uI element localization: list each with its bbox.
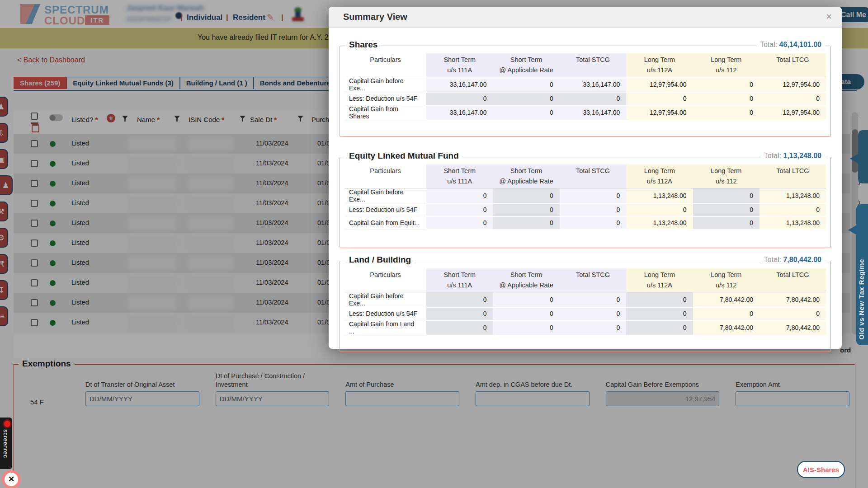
particulars-cell: Capital Gain before Exe...: [344, 188, 426, 203]
modal-title: Summary View: [343, 12, 407, 22]
summary-col-header: Total STCG: [560, 164, 626, 188]
summary-col-header: Total LTCG: [760, 164, 826, 188]
section-title: Land / Building: [345, 255, 415, 265]
summary-row: Capital Gain before Exe...00007,80,442.0…: [344, 292, 826, 307]
value-cell: 0: [693, 92, 760, 105]
section-total: Total: 7,80,442.00: [760, 256, 825, 264]
value-cell: 0: [560, 203, 626, 216]
summary-row: Capital Gain before Exe...33,16,147.0003…: [344, 77, 826, 92]
value-cell: 1,13,248.00: [760, 216, 826, 230]
value-cell: 0: [426, 188, 493, 203]
value-cell: 0: [693, 105, 760, 120]
summary-row: Less: Deduction u/s 54F000000: [344, 307, 826, 320]
particulars-cell: Capital Gain from Land ...: [344, 320, 426, 335]
value-cell: 0: [493, 203, 559, 216]
value-cell: 0: [693, 307, 760, 320]
screenrec-widget[interactable]: screenrec: [0, 418, 12, 469]
value-cell: 0: [626, 92, 693, 105]
summary-table: Particulars Short Termu/s 111AShort Term…: [344, 268, 826, 336]
summary-row: Capital Gain from Shares33,16,147.00033,…: [344, 105, 826, 120]
summary-table: Particulars Short Termu/s 111AShort Term…: [344, 164, 826, 230]
old-vs-new-regime-label: Old vs New Tax Regime: [858, 259, 865, 340]
summary-view-modal: Summary View × SharesTotal: 46,14,101.00…: [329, 7, 842, 349]
old-vs-new-regime-tab[interactable]: Old vs New Tax Regime: [856, 204, 868, 345]
summary-col-header: Total LTCG: [760, 268, 826, 292]
value-cell: 0: [426, 307, 493, 320]
value-cell: 0: [426, 320, 493, 335]
particulars-cell: Capital Gain before Exe...: [344, 292, 426, 307]
value-cell: 0: [493, 292, 559, 307]
value-cell: 0: [693, 188, 760, 203]
value-cell: 1,13,248.00: [626, 188, 693, 203]
summary-col-header: Long Termu/s 112: [693, 268, 760, 292]
ais-shares-button[interactable]: AIS-Shares: [797, 461, 845, 478]
summary-col-header: Long Termu/s 112: [693, 53, 760, 77]
value-cell: 33,16,147.00: [426, 77, 493, 92]
value-cell: 0: [626, 292, 693, 307]
summary-col-header: Short Term@ Applicable Rate: [493, 164, 559, 188]
value-cell: 33,16,147.00: [426, 105, 493, 120]
value-cell: 12,97,954.00: [626, 77, 693, 92]
value-cell: 7,80,442.00: [693, 292, 760, 307]
summary-col-header: Particulars: [344, 164, 426, 188]
summary-section-shares: SharesTotal: 46,14,101.00Particulars Sho…: [340, 46, 831, 137]
summary-col-header: Particulars: [344, 53, 426, 77]
value-cell: 33,16,147.00: [560, 105, 626, 120]
value-cell: 0: [493, 320, 559, 335]
section-title: Shares: [345, 40, 381, 50]
summary-col-header: Total LTCG: [760, 53, 826, 77]
close-x-icon: ✕: [5, 473, 18, 486]
summary-col-header: Particulars: [344, 268, 426, 292]
old-vs-new-arrow-icon[interactable]: [848, 225, 857, 235]
summary-col-header: Short Termu/s 111A: [426, 268, 493, 292]
summary-col-header: Long Termu/s 112: [693, 164, 760, 188]
value-cell: 0: [760, 307, 826, 320]
value-cell: 1,13,248.00: [626, 216, 693, 230]
value-cell: 12,97,954.00: [760, 105, 826, 120]
summary-col-header: Short Termu/s 111A: [426, 53, 493, 77]
section-total: Total: 1,13,248.00: [760, 152, 825, 160]
summary-table: Particulars Short Termu/s 111AShort Term…: [344, 53, 826, 121]
particulars-cell: Less: Deduction u/s 54F: [344, 307, 426, 320]
record-dot-icon: [3, 419, 12, 428]
value-cell: 0: [493, 307, 559, 320]
value-cell: 0: [626, 307, 693, 320]
summary-row: Less: Deduction u/s 54F000000: [344, 203, 826, 216]
value-cell: 33,16,147.00: [560, 77, 626, 92]
modal-close-icon[interactable]: ×: [826, 11, 832, 23]
value-cell: 0: [693, 216, 760, 230]
value-cell: 0: [493, 92, 559, 105]
summary-col-header: Long Termu/s 112A: [626, 53, 693, 77]
summary-col-header: Long Termu/s 112A: [626, 268, 693, 292]
summary-row: Capital Gain from Equit...0001,13,248.00…: [344, 216, 826, 230]
summary-col-header: Total STCG: [560, 268, 626, 292]
value-cell: 0: [426, 292, 493, 307]
particulars-cell: Less: Deduction u/s 54F: [344, 203, 426, 216]
app-root: SPECTRUM CLOUD ITR Jaspreet Kaur Marwah …: [0, 0, 868, 488]
value-cell: 1,13,248.00: [760, 188, 826, 203]
section-title: Equity Linked Mutual Fund: [345, 151, 462, 161]
summary-row: Less: Deduction u/s 54F000000: [344, 92, 826, 105]
summary-col-header: Long Termu/s 112A: [626, 164, 693, 188]
particulars-cell: Capital Gain from Shares: [344, 105, 426, 120]
summary-row: Capital Gain from Land ...00007,80,442.0…: [344, 320, 826, 335]
modal-header: Summary View ×: [329, 7, 842, 28]
summary-col-header: Short Term@ Applicable Rate: [493, 53, 559, 77]
summary-col-header: Short Termu/s 111A: [426, 164, 493, 188]
value-cell: 0: [426, 92, 493, 105]
value-cell: 0: [560, 216, 626, 230]
value-cell: 0: [493, 216, 559, 230]
screenrec-close-button[interactable]: ✕: [2, 470, 21, 488]
value-cell: 7,80,442.00: [760, 292, 826, 307]
value-cell: 0: [560, 188, 626, 203]
particulars-cell: Capital Gain before Exe...: [344, 77, 426, 92]
value-cell: 0: [560, 307, 626, 320]
particulars-cell: Capital Gain from Equit...: [344, 216, 426, 230]
value-cell: 12,97,954.00: [760, 77, 826, 92]
value-cell: 0: [693, 77, 760, 92]
summary-section-land-building: Land / BuildingTotal: 7,80,442.00Particu…: [340, 261, 831, 352]
value-cell: 0: [560, 320, 626, 335]
summary-section-equity-linked-mutual-fund: Equity Linked Mutual FundTotal: 1,13,248…: [340, 157, 831, 248]
screenrec-label: screenrec: [2, 429, 9, 458]
value-cell: 0: [693, 203, 760, 216]
